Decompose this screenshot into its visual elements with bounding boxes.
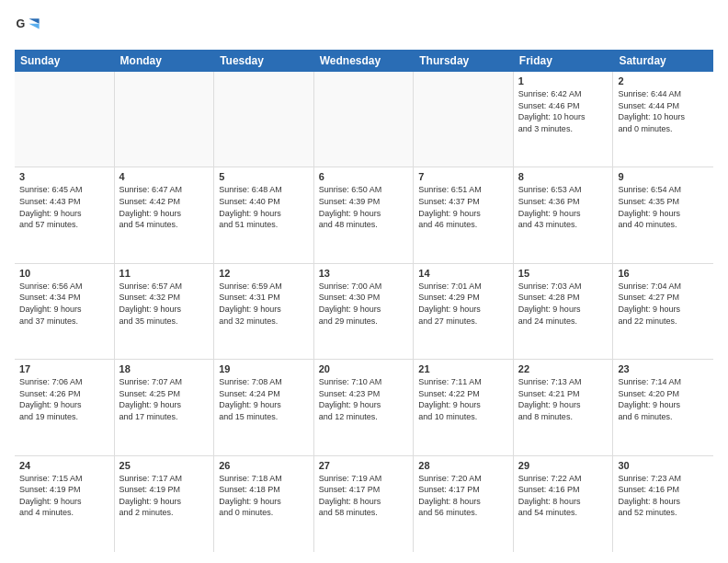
day-cell-23: 23Sunrise: 7:14 AM Sunset: 4:20 PM Dayli…: [613, 360, 713, 454]
day-info: Sunrise: 7:17 AM Sunset: 4:19 PM Dayligh…: [119, 473, 210, 519]
page: G SundayMondayTuesdayWednesdayThursdayFr…: [0, 0, 728, 563]
svg-marker-2: [28, 24, 39, 29]
day-cell-20: 20Sunrise: 7:10 AM Sunset: 4:23 PM Dayli…: [314, 360, 415, 454]
day-number: 10: [19, 268, 109, 279]
day-cell-18: 18Sunrise: 7:07 AM Sunset: 4:25 PM Dayli…: [115, 360, 215, 454]
calendar-row-2: 3Sunrise: 6:45 AM Sunset: 4:43 PM Daylig…: [15, 167, 713, 263]
day-number: 19: [219, 363, 309, 374]
day-info: Sunrise: 7:13 AM Sunset: 4:21 PM Dayligh…: [518, 376, 609, 422]
header-day-sunday: Sunday: [15, 50, 115, 72]
day-number: 8: [518, 171, 609, 182]
logo: G: [15, 15, 42, 40]
day-cell-13: 13Sunrise: 7:00 AM Sunset: 4:30 PM Dayli…: [314, 264, 415, 359]
day-cell-25: 25Sunrise: 7:17 AM Sunset: 4:19 PM Dayli…: [115, 456, 215, 552]
day-info: Sunrise: 7:03 AM Sunset: 4:28 PM Dayligh…: [518, 281, 609, 327]
day-info: Sunrise: 6:53 AM Sunset: 4:36 PM Dayligh…: [518, 184, 609, 230]
svg-marker-1: [28, 18, 39, 24]
header-day-thursday: Thursday: [414, 50, 514, 72]
day-number: 15: [518, 268, 609, 279]
day-number: 12: [219, 268, 309, 279]
day-number: 25: [119, 460, 210, 471]
day-info: Sunrise: 7:15 AM Sunset: 4:19 PM Dayligh…: [19, 473, 109, 519]
empty-cell: [15, 72, 115, 167]
day-number: 11: [119, 268, 210, 279]
day-number: 4: [119, 171, 210, 182]
day-cell-1: 1Sunrise: 6:42 AM Sunset: 4:46 PM Daylig…: [514, 72, 614, 167]
header-day-tuesday: Tuesday: [214, 50, 314, 72]
day-info: Sunrise: 7:23 AM Sunset: 4:16 PM Dayligh…: [618, 473, 709, 519]
logo-icon: G: [15, 15, 40, 40]
day-number: 5: [219, 171, 309, 182]
day-cell-14: 14Sunrise: 7:01 AM Sunset: 4:29 PM Dayli…: [414, 264, 514, 359]
day-cell-11: 11Sunrise: 6:57 AM Sunset: 4:32 PM Dayli…: [115, 264, 215, 359]
day-info: Sunrise: 7:10 AM Sunset: 4:23 PM Dayligh…: [319, 376, 409, 422]
day-info: Sunrise: 7:08 AM Sunset: 4:24 PM Dayligh…: [219, 376, 309, 422]
day-cell-19: 19Sunrise: 7:08 AM Sunset: 4:24 PM Dayli…: [214, 360, 314, 454]
day-number: 6: [319, 171, 409, 182]
day-info: Sunrise: 7:19 AM Sunset: 4:17 PM Dayligh…: [319, 473, 409, 519]
day-cell-8: 8Sunrise: 6:53 AM Sunset: 4:36 PM Daylig…: [514, 167, 614, 262]
day-info: Sunrise: 6:44 AM Sunset: 4:44 PM Dayligh…: [618, 88, 709, 134]
calendar-row-4: 17Sunrise: 7:06 AM Sunset: 4:26 PM Dayli…: [15, 360, 713, 455]
day-number: 3: [19, 171, 109, 182]
day-info: Sunrise: 6:42 AM Sunset: 4:46 PM Dayligh…: [518, 88, 609, 134]
day-cell-27: 27Sunrise: 7:19 AM Sunset: 4:17 PM Dayli…: [314, 456, 415, 552]
day-cell-16: 16Sunrise: 7:04 AM Sunset: 4:27 PM Dayli…: [613, 264, 713, 359]
day-number: 29: [518, 460, 609, 471]
day-cell-5: 5Sunrise: 6:48 AM Sunset: 4:40 PM Daylig…: [214, 167, 314, 262]
day-number: 30: [618, 460, 709, 471]
empty-cell: [115, 72, 215, 167]
day-number: 14: [418, 268, 508, 279]
day-info: Sunrise: 6:50 AM Sunset: 4:39 PM Dayligh…: [319, 184, 409, 230]
day-number: 24: [19, 460, 109, 471]
day-cell-22: 22Sunrise: 7:13 AM Sunset: 4:21 PM Dayli…: [514, 360, 614, 454]
day-number: 28: [418, 460, 508, 471]
day-info: Sunrise: 6:47 AM Sunset: 4:42 PM Dayligh…: [119, 184, 210, 230]
day-number: 16: [618, 268, 709, 279]
day-cell-4: 4Sunrise: 6:47 AM Sunset: 4:42 PM Daylig…: [115, 167, 215, 262]
day-number: 18: [119, 363, 210, 374]
day-cell-7: 7Sunrise: 6:51 AM Sunset: 4:37 PM Daylig…: [414, 167, 514, 262]
day-info: Sunrise: 6:56 AM Sunset: 4:34 PM Dayligh…: [19, 281, 109, 327]
day-number: 27: [319, 460, 409, 471]
day-cell-2: 2Sunrise: 6:44 AM Sunset: 4:44 PM Daylig…: [613, 72, 713, 167]
day-info: Sunrise: 7:07 AM Sunset: 4:25 PM Dayligh…: [119, 376, 210, 422]
day-number: 22: [518, 363, 609, 374]
day-info: Sunrise: 7:04 AM Sunset: 4:27 PM Dayligh…: [618, 281, 709, 327]
calendar-body: 1Sunrise: 6:42 AM Sunset: 4:46 PM Daylig…: [15, 72, 713, 552]
empty-cell: [314, 72, 415, 167]
day-cell-9: 9Sunrise: 6:54 AM Sunset: 4:35 PM Daylig…: [613, 167, 713, 262]
day-info: Sunrise: 7:11 AM Sunset: 4:22 PM Dayligh…: [418, 376, 508, 422]
header-day-wednesday: Wednesday: [314, 50, 415, 72]
day-number: 20: [319, 363, 409, 374]
day-cell-21: 21Sunrise: 7:11 AM Sunset: 4:22 PM Dayli…: [414, 360, 514, 454]
day-info: Sunrise: 6:48 AM Sunset: 4:40 PM Dayligh…: [219, 184, 309, 230]
calendar-row-3: 10Sunrise: 6:56 AM Sunset: 4:34 PM Dayli…: [15, 264, 713, 360]
day-number: 23: [618, 363, 709, 374]
empty-cell: [414, 72, 514, 167]
day-cell-3: 3Sunrise: 6:45 AM Sunset: 4:43 PM Daylig…: [15, 167, 115, 262]
day-cell-28: 28Sunrise: 7:20 AM Sunset: 4:17 PM Dayli…: [414, 456, 514, 552]
day-info: Sunrise: 7:20 AM Sunset: 4:17 PM Dayligh…: [418, 473, 508, 519]
day-number: 17: [19, 363, 109, 374]
header-day-friday: Friday: [514, 50, 614, 72]
day-cell-12: 12Sunrise: 6:59 AM Sunset: 4:31 PM Dayli…: [214, 264, 314, 359]
day-info: Sunrise: 7:18 AM Sunset: 4:18 PM Dayligh…: [219, 473, 309, 519]
calendar-row-1: 1Sunrise: 6:42 AM Sunset: 4:46 PM Daylig…: [15, 72, 713, 167]
header: G: [15, 11, 713, 40]
day-cell-17: 17Sunrise: 7:06 AM Sunset: 4:26 PM Dayli…: [15, 360, 115, 454]
day-cell-29: 29Sunrise: 7:22 AM Sunset: 4:16 PM Dayli…: [514, 456, 614, 552]
day-number: 26: [219, 460, 309, 471]
day-info: Sunrise: 7:00 AM Sunset: 4:30 PM Dayligh…: [319, 281, 409, 327]
day-number: 2: [618, 75, 709, 86]
day-cell-15: 15Sunrise: 7:03 AM Sunset: 4:28 PM Dayli…: [514, 264, 614, 359]
day-number: 1: [518, 75, 609, 86]
header-day-monday: Monday: [115, 50, 215, 72]
day-info: Sunrise: 6:54 AM Sunset: 4:35 PM Dayligh…: [618, 184, 709, 230]
day-info: Sunrise: 6:45 AM Sunset: 4:43 PM Dayligh…: [19, 184, 109, 230]
day-info: Sunrise: 6:57 AM Sunset: 4:32 PM Dayligh…: [119, 281, 210, 327]
calendar: SundayMondayTuesdayWednesdayThursdayFrid…: [15, 50, 713, 552]
day-number: 21: [418, 363, 508, 374]
header-day-saturday: Saturday: [613, 50, 713, 72]
empty-cell: [214, 72, 314, 167]
